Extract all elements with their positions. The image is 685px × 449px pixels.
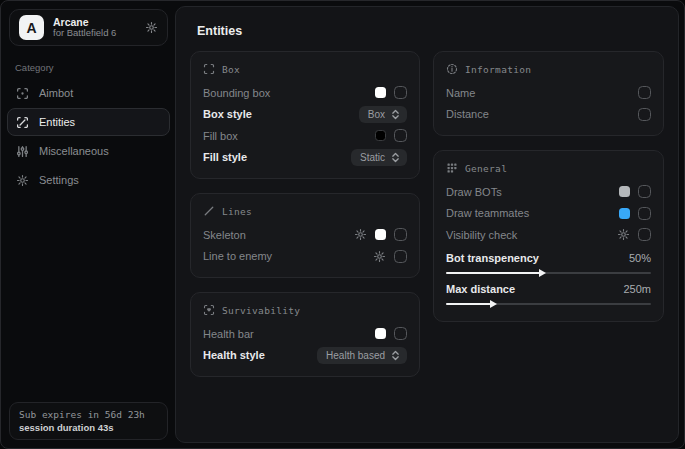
- setting-label: Bot transpenency: [446, 252, 629, 264]
- color-swatch[interactable]: [375, 87, 386, 98]
- dropdown-health-style[interactable]: Health based: [317, 347, 407, 364]
- checkbox-line-to-enemy[interactable]: [394, 250, 407, 263]
- gear-icon[interactable]: [617, 228, 630, 241]
- unfold-icon: [391, 109, 400, 120]
- dropdown-value: Static: [360, 152, 385, 163]
- general-icon: [446, 162, 458, 174]
- setting-label: Fill box: [203, 130, 375, 142]
- slider-fill: [446, 272, 540, 274]
- checkbox-skeleton[interactable]: [394, 228, 407, 241]
- checkbox-visibility-check[interactable]: [638, 228, 651, 241]
- gear-icon[interactable]: [354, 228, 367, 241]
- checkbox-draw-teammates[interactable]: [638, 207, 651, 220]
- setting-row-fill-box: Fill box: [203, 125, 407, 147]
- setting-label: Fill style: [203, 151, 351, 163]
- sidebar-item-aimbot[interactable]: Aimbot: [7, 79, 170, 107]
- category-label: Category: [15, 62, 168, 73]
- slider-thumb[interactable]: [490, 300, 497, 308]
- color-swatch[interactable]: [619, 208, 630, 219]
- app-logo-card: A Arcane for Battlefield 6: [9, 9, 168, 46]
- slider-fill: [446, 303, 491, 305]
- color-swatch[interactable]: [375, 130, 386, 141]
- checkbox-name[interactable]: [638, 86, 651, 99]
- card-box: BoxBounding boxBox styleBoxFill boxFill …: [190, 51, 420, 179]
- card-title: General: [465, 163, 507, 174]
- setting-label: Health bar: [203, 328, 375, 340]
- setting-label: Distance: [446, 108, 638, 120]
- app-logo: A: [19, 15, 44, 40]
- setting-label: Max distance: [446, 283, 623, 295]
- setting-row-skeleton: Skeleton: [203, 224, 407, 246]
- slider-value: 50%: [629, 252, 651, 264]
- dropdown-value: Health based: [326, 350, 385, 361]
- setting-label: Bounding box: [203, 87, 375, 99]
- sidebar-item-miscellaneous[interactable]: Miscellaneous: [7, 137, 170, 165]
- sidebar-item-entities[interactable]: Entities: [7, 108, 170, 136]
- card-header: Lines: [203, 205, 407, 217]
- card-title: Box: [222, 64, 240, 75]
- setting-label: Visibility check: [446, 229, 617, 241]
- setting-row-health-bar: Health bar: [203, 323, 407, 345]
- checkbox-distance[interactable]: [638, 108, 651, 121]
- card-title: Lines: [222, 206, 252, 217]
- card-survivability: SurvivabilityHealth barHealth styleHealt…: [190, 292, 420, 377]
- setting-row-fill-style: Fill styleStatic: [203, 147, 407, 169]
- setting-row-draw-teammates: Draw teammates: [446, 203, 651, 225]
- color-swatch[interactable]: [375, 229, 386, 240]
- sidebar-item-label: Miscellaneous: [39, 145, 109, 157]
- slider-track[interactable]: [446, 303, 651, 305]
- card-header: Box: [203, 63, 407, 75]
- subscription-card: Sub expires in 56d 23h session duration …: [9, 402, 168, 440]
- card-header: Survivability: [203, 304, 407, 316]
- sidebar: A Arcane for Battlefield 6 Category Aimb…: [1, 1, 176, 448]
- information-icon: [446, 63, 458, 75]
- card-general: GeneralDraw BOTsDraw teammatesVisibility…: [433, 150, 664, 322]
- sub-expiry-text: Sub expires in 56d 23h: [19, 409, 158, 420]
- setting-label: Draw teammates: [446, 207, 619, 219]
- slider-value: 250m: [623, 283, 651, 295]
- dropdown-box-style[interactable]: Box: [359, 106, 407, 123]
- setting-label: Line to enemy: [203, 250, 373, 262]
- sidebar-item-label: Aimbot: [39, 87, 73, 99]
- slider-track[interactable]: [446, 272, 651, 274]
- setting-row-health-style: Health styleHealth based: [203, 345, 407, 367]
- setting-row-visibility-check: Visibility check: [446, 224, 651, 246]
- card-information: InformationNameDistance: [433, 51, 664, 136]
- box-icon: [203, 63, 215, 75]
- gear-icon[interactable]: [145, 21, 158, 34]
- slider-bot-transpenency: Bot transpenency50%: [446, 249, 651, 274]
- miscellaneous-icon: [16, 145, 29, 158]
- setting-row-draw-bots: Draw BOTs: [446, 181, 651, 203]
- setting-label: Health style: [203, 349, 317, 361]
- sidebar-item-label: Settings: [39, 174, 79, 186]
- checkbox-draw-bots[interactable]: [638, 185, 651, 198]
- card-title: Information: [465, 64, 531, 75]
- sidebar-item-label: Entities: [39, 116, 75, 128]
- setting-row-line-to-enemy: Line to enemy: [203, 246, 407, 268]
- sidebar-item-settings[interactable]: Settings: [7, 166, 170, 194]
- dropdown-value: Box: [368, 109, 385, 120]
- card-title: Survivability: [222, 305, 300, 316]
- unfold-icon: [391, 350, 400, 361]
- page-title: Entities: [197, 24, 664, 38]
- card-header: Information: [446, 63, 651, 75]
- sidebar-nav: AimbotEntitiesMiscellaneousSettings: [9, 79, 168, 195]
- setting-row-bounding-box: Bounding box: [203, 82, 407, 104]
- setting-label: Box style: [203, 108, 359, 120]
- session-duration-text: session duration 43s: [19, 422, 158, 433]
- color-swatch[interactable]: [375, 328, 386, 339]
- setting-row-name: Name: [446, 82, 651, 104]
- slider-max-distance: Max distance250m: [446, 280, 651, 305]
- color-swatch[interactable]: [619, 186, 630, 197]
- gear-icon: [16, 174, 29, 187]
- card-header: General: [446, 162, 651, 174]
- gear-icon[interactable]: [373, 250, 386, 263]
- checkbox-bounding-box[interactable]: [394, 86, 407, 99]
- card-columns: BoxBounding boxBox styleBoxFill boxFill …: [190, 51, 664, 377]
- slider-thumb[interactable]: [539, 269, 546, 277]
- app-window: A Arcane for Battlefield 6 Category Aimb…: [0, 0, 685, 449]
- checkbox-health-bar[interactable]: [394, 327, 407, 340]
- checkbox-fill-box[interactable]: [394, 129, 407, 142]
- dropdown-fill-style[interactable]: Static: [351, 149, 407, 166]
- aimbot-icon: [16, 87, 29, 100]
